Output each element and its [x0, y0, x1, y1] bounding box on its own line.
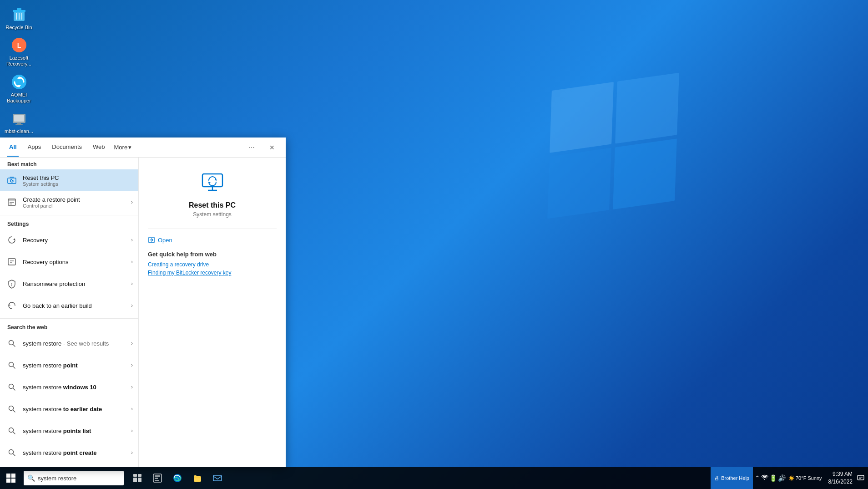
tray-network[interactable] — [761, 474, 768, 483]
search-detail-panel: Reset this PC System settings Open Get q… — [139, 158, 286, 467]
settings-label: Settings — [0, 217, 138, 229]
svg-point-44 — [9, 362, 14, 367]
detail-web-help-title: Get quick help from web — [148, 251, 231, 258]
weather-item[interactable]: ☀️ 70°F Sunny — [787, 474, 824, 482]
result-web-restore-win10-text: system restore windows 10 — [23, 384, 126, 391]
result-web-system-restore[interactable]: system restore - See web results › — [0, 332, 138, 354]
detail-web-help-section: Get quick help from web Creating a recov… — [148, 251, 231, 278]
svg-rect-13 — [17, 123, 21, 124]
tab-more[interactable]: More ▾ — [114, 144, 132, 151]
start-button[interactable] — [0, 467, 22, 489]
search-options-dots[interactable]: ··· — [245, 142, 258, 153]
result-create-restore-point-title: Create a restore point — [23, 196, 126, 203]
result-ransomware-title: Ransomware protection — [23, 280, 126, 287]
result-reset-pc[interactable]: Reset this PC System settings — [0, 169, 138, 191]
detail-divider — [148, 229, 277, 229]
svg-point-40 — [11, 285, 12, 286]
result-reset-pc-title: Reset this PC — [23, 174, 133, 181]
svg-rect-12 — [14, 115, 24, 122]
web-link-bitlocker[interactable]: Finding my BitLocker recovery key — [148, 270, 231, 276]
web-search-icon-2 — [5, 359, 18, 372]
mbst-label: mbst-clean... — [5, 128, 33, 134]
detail-reset-pc-icon — [198, 167, 227, 196]
taskbar-search-box[interactable]: 🔍 — [24, 471, 124, 485]
svg-rect-66 — [133, 478, 137, 482]
result-web-restore-point-arrow: › — [131, 362, 133, 368]
result-web-restore-point-create-text: system restore point create — [23, 449, 126, 456]
search-close-button[interactable]: ✕ — [266, 142, 278, 153]
result-web-restore-win10[interactable]: system restore windows 10 › — [0, 376, 138, 398]
taskbar-mail[interactable] — [207, 467, 227, 489]
svg-text:L: L — [17, 42, 21, 49]
result-recovery-arrow: › — [131, 237, 133, 243]
clock[interactable]: 9:39 AM 8/16/2022 — [825, 470, 856, 486]
taskbar-file-explorer[interactable] — [187, 467, 207, 489]
brother-help-label: Brother Help — [721, 475, 749, 481]
result-go-back-text: Go back to an earlier build — [23, 302, 126, 309]
taskbar-search-input[interactable] — [38, 475, 120, 482]
svg-marker-58 — [209, 182, 211, 184]
desktop-icon-aomei-backup[interactable]: AOMEI Backupper — [2, 71, 36, 106]
best-match-label: Best match — [0, 158, 138, 169]
taskbar: 🔍 — [0, 467, 868, 489]
svg-rect-65 — [138, 474, 141, 477]
desktop-icon-mbst[interactable]: mbst-clean... — [2, 107, 36, 136]
result-ransomware[interactable]: Ransomware protection › — [0, 273, 138, 295]
result-web-restore-earlier-text: system restore to earlier date — [23, 406, 126, 413]
result-reset-pc-subtitle: System settings — [23, 181, 133, 187]
tray-battery[interactable]: 🔋 — [769, 474, 777, 482]
result-go-back-arrow: › — [131, 302, 133, 309]
aomei-backup-icon — [10, 73, 28, 91]
svg-rect-64 — [133, 474, 137, 477]
taskbar-edge[interactable] — [167, 467, 187, 489]
open-icon — [148, 236, 155, 244]
search-results-left: Best match Reset this PC System settin — [0, 158, 139, 467]
svg-rect-70 — [155, 478, 158, 479]
taskbar-widgets[interactable] — [147, 467, 167, 489]
svg-rect-63 — [11, 479, 15, 483]
tab-apps[interactable]: Apps — [26, 138, 43, 157]
result-recovery-options-arrow: › — [131, 259, 133, 265]
notification-area: ⌃ 🔋 🔊 ☀️ 70°F Sunny 9:39 AM — [755, 470, 864, 486]
result-web-restore-point[interactable]: system restore point › — [0, 354, 138, 376]
desktop-icon-lazesoft[interactable]: L Lazesoft Recovery... — [2, 34, 36, 69]
action-center[interactable] — [857, 474, 864, 483]
result-create-restore-point-arrow: › — [131, 199, 133, 205]
brother-help-button[interactable]: 🖨 Brother Help — [711, 467, 753, 489]
result-recovery[interactable]: Recovery › — [0, 229, 138, 251]
result-web-restore-points-list-text: system restore points list — [23, 428, 126, 434]
result-recovery-text: Recovery — [23, 237, 126, 244]
tray-volume[interactable]: 🔊 — [778, 474, 786, 482]
svg-rect-1 — [13, 10, 25, 12]
svg-point-52 — [9, 450, 14, 454]
result-go-back-title: Go back to an earlier build — [23, 302, 126, 309]
lazesoft-icon: L — [10, 36, 28, 54]
web-link-recovery-drive[interactable]: Creating a recovery drive — [148, 261, 231, 268]
svg-rect-54 — [202, 174, 222, 187]
ransomware-icon — [5, 277, 18, 290]
tray-expand[interactable]: ⌃ — [755, 474, 760, 482]
taskbar-task-view[interactable] — [127, 467, 147, 489]
svg-rect-67 — [138, 478, 141, 482]
result-recovery-options[interactable]: Recovery options › — [0, 251, 138, 273]
svg-point-50 — [9, 428, 14, 433]
divider-1 — [0, 215, 138, 215]
result-create-restore-point-text: Create a restore point Control panel — [23, 196, 126, 209]
tab-web[interactable]: Web — [91, 138, 107, 157]
result-web-restore-point-create[interactable]: system restore point create › — [0, 442, 138, 464]
divider-2 — [0, 318, 138, 319]
svg-point-42 — [9, 341, 14, 345]
result-go-back[interactable]: Go back to an earlier build › — [0, 295, 138, 316]
result-web-restore-earlier[interactable]: system restore to earlier date › — [0, 398, 138, 420]
detail-open-button[interactable]: Open — [148, 234, 172, 245]
search-web-label: Search the web — [0, 321, 138, 332]
svg-rect-60 — [6, 474, 10, 478]
recycle-bin-icon — [10, 5, 28, 24]
result-ransomware-text: Ransomware protection — [23, 280, 126, 287]
result-create-restore-point[interactable]: Create a restore point Control panel › — [0, 191, 138, 213]
result-web-restore-points-list[interactable]: system restore points list › — [0, 420, 138, 442]
weather-icon: ☀️ — [788, 475, 795, 481]
tab-all[interactable]: All — [7, 138, 19, 157]
desktop-icon-recycle-bin[interactable]: Recycle Bin — [2, 4, 36, 32]
tab-documents[interactable]: Documents — [50, 138, 84, 157]
